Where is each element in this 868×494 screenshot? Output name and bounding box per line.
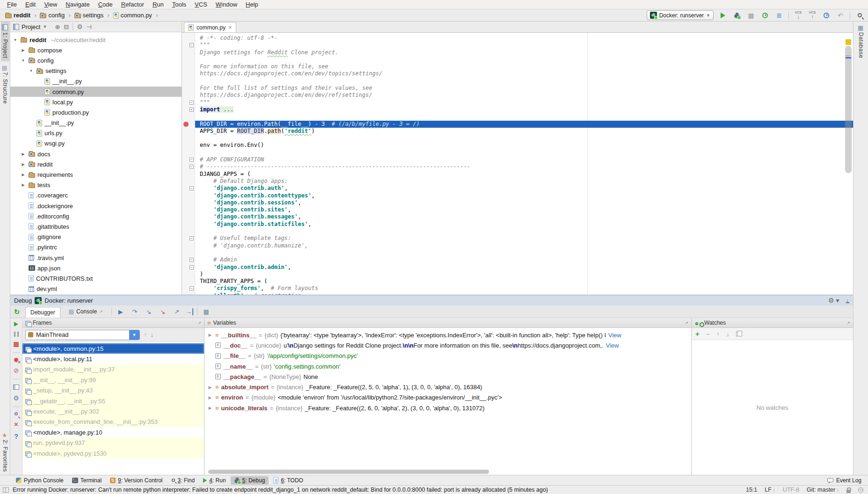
- tree-item[interactable]: ▼reddit~/cookiecutter/reddit: [10, 35, 182, 45]
- editor-scrollbar[interactable]: [844, 33, 853, 295]
- fold-toggle[interactable]: −: [190, 158, 194, 162]
- fold-toggle[interactable]: −: [190, 165, 194, 169]
- tree-item[interactable]: .dockerignore: [10, 201, 182, 211]
- tree-item[interactable]: __init__.py: [10, 76, 182, 87]
- menu-window[interactable]: Window: [212, 1, 241, 8]
- breakpoint-dot[interactable]: [183, 122, 189, 127]
- menu-code[interactable]: Code: [94, 1, 117, 8]
- frame-row[interactable]: <module>, manage.py:10: [22, 427, 204, 437]
- frame-row[interactable]: __init__, __init__.py:99: [22, 375, 204, 385]
- tree-item[interactable]: ▼settings: [10, 66, 182, 76]
- variable-row[interactable]: ▶environ={module}<module 'environ' from …: [204, 392, 691, 403]
- stripe-tab-database[interactable]: Database: [857, 22, 865, 61]
- tab-console[interactable]: ▤ Console ↗: [64, 307, 108, 317]
- force-step-into-button[interactable]: ↘: [158, 308, 168, 315]
- move-watch-down-button[interactable]: ↓: [726, 330, 729, 338]
- menu-file[interactable]: File: [3, 1, 21, 8]
- fold-toggle[interactable]: −: [190, 258, 194, 262]
- remove-watch-button[interactable]: −: [706, 330, 710, 338]
- inspection-status-icon[interactable]: [846, 39, 851, 45]
- menu-view[interactable]: View: [40, 1, 61, 8]
- tree-item[interactable]: app.json: [10, 263, 182, 273]
- tab-debugger[interactable]: Debugger: [25, 307, 60, 318]
- stripe-tab-1-project[interactable]: 1: Project: [1, 22, 9, 61]
- event-log-button[interactable]: Event Log: [827, 477, 868, 484]
- tree-item[interactable]: .gitignore: [10, 232, 182, 242]
- variable-row[interactable]: __file__={str}'/app/config/settings/comm…: [204, 351, 691, 361]
- hide-window-icon[interactable]: ↓: [846, 298, 850, 303]
- next-frame-button[interactable]: ↓: [151, 331, 154, 338]
- fold-toggle[interactable]: −: [190, 43, 194, 47]
- variable-row[interactable]: ▶absolute_import={instance}_Feature: _Fe…: [204, 382, 691, 392]
- fold-toggle[interactable]: −: [190, 265, 194, 269]
- tree-item[interactable]: local.py: [10, 97, 182, 107]
- resume-button[interactable]: [14, 322, 18, 327]
- add-watch-button[interactable]: +: [695, 330, 700, 338]
- tool-tab-debug[interactable]: 5: Debug: [231, 476, 269, 485]
- frame-row[interactable]: import_module, __init__.py:37: [22, 364, 204, 375]
- undo-button[interactable]: ↶: [836, 11, 845, 20]
- frame-row[interactable]: _setup, __init__.py:43: [22, 385, 204, 396]
- caret-position[interactable]: 15:1: [746, 487, 757, 493]
- profiler-button[interactable]: [760, 11, 770, 20]
- tree-item[interactable]: production.py: [10, 107, 182, 117]
- frame-row[interactable]: <module>, pydevd.py:1530: [22, 448, 204, 458]
- tree-item[interactable]: ▶docs: [10, 149, 182, 159]
- debugger-settings-button[interactable]: ⚙: [13, 395, 19, 401]
- tool-tab-find[interactable]: 3: Find: [168, 476, 199, 485]
- menu-edit[interactable]: Edit: [21, 1, 40, 8]
- variable-row[interactable]: __doc__={unicode}u'\nDjango settings for…: [204, 340, 691, 350]
- fold-toggle[interactable]: −: [190, 286, 194, 291]
- breadcrumb-item[interactable]: common.py: [112, 11, 153, 19]
- git-branch-select[interactable]: Git: master ↕: [807, 487, 839, 493]
- tree-item[interactable]: common.py: [10, 87, 182, 97]
- rerun-button[interactable]: ↻: [12, 307, 22, 316]
- tree-item[interactable]: CONTRIBUTORS.txt: [10, 273, 182, 283]
- run-button[interactable]: [718, 11, 728, 20]
- tree-item[interactable]: .travis.yml: [10, 253, 182, 263]
- hide-panel-button[interactable]: ⊣: [87, 23, 92, 30]
- collapse-all-button[interactable]: ⊟: [64, 23, 69, 30]
- fold-toggle[interactable]: −: [190, 186, 194, 190]
- vcs-commit-button[interactable]: VCS↑: [808, 11, 817, 20]
- fold-toggle[interactable]: −: [190, 101, 194, 105]
- chevron-down-icon[interactable]: ▼: [43, 24, 47, 29]
- thread-dropdown-button[interactable]: ▼: [129, 330, 139, 340]
- stop-button[interactable]: [14, 342, 19, 347]
- locate-file-button[interactable]: ⊕: [55, 23, 60, 30]
- duplicate-watch-button[interactable]: [736, 332, 740, 336]
- frame-row[interactable]: execute_from_command_line, __init__.py:3…: [22, 417, 204, 427]
- tool-window-toggle-icon[interactable]: [3, 487, 9, 493]
- menu-navigate[interactable]: Navigate: [61, 1, 94, 8]
- highlighting-level-icon[interactable]: [858, 487, 863, 493]
- frame-row[interactable]: __getattr__, __init__.py:55: [22, 396, 204, 406]
- expand-arrow-icon[interactable]: ▶: [207, 406, 213, 410]
- expand-arrow-icon[interactable]: ▶: [207, 385, 213, 390]
- code-editor[interactable]: # -*- coding: utf-8 -*-"""Django setting…: [195, 33, 853, 295]
- pin-tab-button[interactable]: [15, 412, 18, 415]
- close-button[interactable]: ×: [14, 421, 18, 428]
- step-over-button[interactable]: ↷: [130, 308, 140, 315]
- encoding-select[interactable]: UTF-8: [783, 487, 799, 493]
- thread-select[interactable]: MainThread ▼: [25, 330, 140, 340]
- step-out-button[interactable]: ↗: [172, 308, 182, 315]
- editor-tab-common-py[interactable]: common.py ×: [184, 22, 236, 32]
- mute-breakpoints-button[interactable]: ⊘: [14, 367, 19, 374]
- run-configuration-select[interactable]: dj Docker: runserver ▼: [647, 10, 714, 20]
- variable-row[interactable]: ▶unicode_literals={instance}_Feature: _F…: [204, 403, 691, 413]
- fold-toggle[interactable]: +: [190, 108, 194, 112]
- view-breakpoints-button[interactable]: [14, 358, 18, 362]
- evaluate-expression-button[interactable]: ▦: [201, 308, 212, 315]
- restore-layout-button[interactable]: [13, 385, 19, 390]
- step-into-button[interactable]: ↘: [144, 308, 154, 315]
- help-button[interactable]: ?: [14, 433, 18, 440]
- vcs-update-button[interactable]: VCS↓: [794, 11, 803, 20]
- scrollbar-thumb[interactable]: [845, 46, 852, 173]
- tree-item[interactable]: ▶requirements: [10, 169, 182, 180]
- error-stripe-mark[interactable]: [846, 57, 851, 58]
- tree-item[interactable]: __init__.py: [10, 118, 182, 128]
- menu-tools[interactable]: Tools: [168, 1, 190, 8]
- stripe-tab-7-structure[interactable]: 7: Structure: [1, 61, 9, 107]
- tool-tab-terminal[interactable]: Terminal: [68, 476, 105, 485]
- settings-gear-icon[interactable]: ⚙: [77, 23, 83, 30]
